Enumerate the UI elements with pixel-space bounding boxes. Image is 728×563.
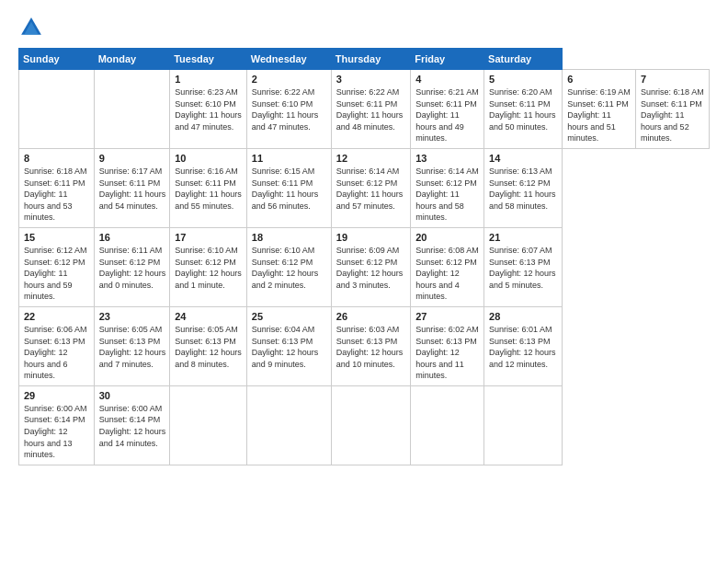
- week-row-4: 22 Sunrise: 6:06 AMSunset: 6:13 PMDaylig…: [19, 306, 710, 385]
- day-info: Sunrise: 6:14 AMSunset: 6:12 PMDaylight:…: [415, 166, 480, 224]
- day-info: Sunrise: 6:12 AMSunset: 6:12 PMDaylight:…: [24, 245, 90, 303]
- day-cell-24: 24 Sunrise: 6:05 AMSunset: 6:13 PMDaylig…: [170, 306, 247, 385]
- empty-cell: [484, 385, 563, 465]
- day-info: Sunrise: 6:22 AMSunset: 6:11 PMDaylight:…: [336, 86, 406, 132]
- logo-icon: [18, 15, 44, 40]
- day-cell-25: 25 Sunrise: 6:04 AMSunset: 6:13 PMDaylig…: [246, 306, 331, 385]
- day-info: Sunrise: 6:02 AMSunset: 6:13 PMDaylight:…: [415, 324, 480, 382]
- day-number: 2: [252, 74, 327, 85]
- day-info: Sunrise: 6:06 AMSunset: 6:13 PMDaylight:…: [24, 324, 90, 382]
- day-cell-26: 26 Sunrise: 6:03 AMSunset: 6:13 PMDaylig…: [331, 306, 410, 385]
- week-row-3: 15 Sunrise: 6:12 AMSunset: 6:12 PMDaylig…: [19, 227, 710, 306]
- day-info: Sunrise: 6:22 AMSunset: 6:10 PMDaylight:…: [252, 86, 327, 132]
- weekday-header-wednesday: Wednesday: [246, 49, 331, 70]
- day-number: 8: [24, 153, 90, 164]
- day-cell-10: 10 Sunrise: 6:16 AMSunset: 6:11 PMDaylig…: [170, 148, 247, 227]
- day-number: 4: [415, 74, 480, 85]
- day-number: 19: [336, 232, 406, 243]
- day-cell-22: 22 Sunrise: 6:06 AMSunset: 6:13 PMDaylig…: [19, 306, 95, 385]
- day-cell-14: 14 Sunrise: 6:13 AMSunset: 6:12 PMDaylig…: [484, 148, 563, 227]
- week-row-2: 8 Sunrise: 6:18 AMSunset: 6:11 PMDayligh…: [19, 148, 710, 227]
- weekday-header-sunday: Sunday: [19, 49, 95, 70]
- day-info: Sunrise: 6:03 AMSunset: 6:13 PMDaylight:…: [336, 324, 406, 370]
- empty-cell: [170, 385, 247, 465]
- day-cell-2: 2 Sunrise: 6:22 AMSunset: 6:10 PMDayligh…: [246, 70, 331, 149]
- day-cell-17: 17 Sunrise: 6:10 AMSunset: 6:12 PMDaylig…: [170, 227, 247, 306]
- day-info: Sunrise: 6:00 AMSunset: 6:14 PMDaylight:…: [99, 403, 166, 449]
- day-cell-5: 5 Sunrise: 6:20 AMSunset: 6:11 PMDayligh…: [484, 70, 563, 149]
- day-info: Sunrise: 6:10 AMSunset: 6:12 PMDaylight:…: [252, 245, 327, 291]
- empty-cell: [411, 385, 484, 465]
- day-cell-29: 29 Sunrise: 6:00 AMSunset: 6:14 PMDaylig…: [19, 385, 95, 465]
- day-info: Sunrise: 6:16 AMSunset: 6:11 PMDaylight:…: [175, 166, 243, 212]
- day-info: Sunrise: 6:19 AMSunset: 6:11 PMDaylight:…: [567, 86, 631, 144]
- weekday-header-thursday: Thursday: [331, 49, 410, 70]
- day-cell-23: 23 Sunrise: 6:05 AMSunset: 6:13 PMDaylig…: [94, 306, 170, 385]
- day-number: 20: [415, 232, 480, 243]
- day-number: 13: [415, 153, 480, 164]
- empty-cell: [19, 70, 95, 149]
- page: SundayMondayTuesdayWednesdayThursdayFrid…: [0, 0, 728, 563]
- week-row-1: 1 Sunrise: 6:23 AMSunset: 6:10 PMDayligh…: [19, 70, 710, 149]
- day-info: Sunrise: 6:01 AMSunset: 6:13 PMDaylight:…: [489, 324, 558, 370]
- empty-cell: [246, 385, 331, 465]
- day-number: 5: [489, 74, 558, 85]
- day-number: 23: [99, 311, 166, 322]
- day-cell-6: 6 Sunrise: 6:19 AMSunset: 6:11 PMDayligh…: [563, 70, 636, 149]
- day-number: 12: [336, 153, 406, 164]
- day-cell-11: 11 Sunrise: 6:15 AMSunset: 6:11 PMDaylig…: [246, 148, 331, 227]
- day-cell-7: 7 Sunrise: 6:18 AMSunset: 6:11 PMDayligh…: [636, 70, 710, 149]
- day-info: Sunrise: 6:08 AMSunset: 6:12 PMDaylight:…: [415, 245, 480, 303]
- day-info: Sunrise: 6:17 AMSunset: 6:11 PMDaylight:…: [99, 166, 166, 212]
- weekday-header-monday: Monday: [94, 49, 170, 70]
- day-info: Sunrise: 6:18 AMSunset: 6:11 PMDaylight:…: [24, 166, 90, 224]
- day-number: 18: [252, 232, 327, 243]
- day-cell-27: 27 Sunrise: 6:02 AMSunset: 6:13 PMDaylig…: [411, 306, 484, 385]
- day-number: 17: [175, 232, 243, 243]
- day-number: 26: [336, 311, 406, 322]
- day-cell-20: 20 Sunrise: 6:08 AMSunset: 6:12 PMDaylig…: [411, 227, 484, 306]
- day-info: Sunrise: 6:23 AMSunset: 6:10 PMDaylight:…: [175, 86, 243, 132]
- day-info: Sunrise: 6:11 AMSunset: 6:12 PMDaylight:…: [99, 245, 166, 291]
- day-info: Sunrise: 6:05 AMSunset: 6:13 PMDaylight:…: [99, 324, 166, 370]
- day-cell-8: 8 Sunrise: 6:18 AMSunset: 6:11 PMDayligh…: [19, 148, 95, 227]
- week-row-5: 29 Sunrise: 6:00 AMSunset: 6:14 PMDaylig…: [19, 385, 710, 465]
- day-info: Sunrise: 6:14 AMSunset: 6:12 PMDaylight:…: [336, 166, 406, 212]
- header: [18, 15, 710, 40]
- day-number: 9: [99, 153, 166, 164]
- day-number: 15: [24, 232, 90, 243]
- day-cell-1: 1 Sunrise: 6:23 AMSunset: 6:10 PMDayligh…: [170, 70, 247, 149]
- day-info: Sunrise: 6:18 AMSunset: 6:11 PMDaylight:…: [641, 86, 705, 144]
- day-info: Sunrise: 6:05 AMSunset: 6:13 PMDaylight:…: [175, 324, 243, 370]
- empty-cell: [94, 70, 170, 149]
- day-number: 1: [175, 74, 243, 85]
- day-cell-9: 9 Sunrise: 6:17 AMSunset: 6:11 PMDayligh…: [94, 148, 170, 227]
- day-info: Sunrise: 6:20 AMSunset: 6:11 PMDaylight:…: [489, 86, 558, 132]
- day-info: Sunrise: 6:13 AMSunset: 6:12 PMDaylight:…: [489, 166, 558, 212]
- day-number: 28: [489, 311, 558, 322]
- weekday-header-saturday: Saturday: [484, 49, 563, 70]
- day-number: 30: [99, 390, 166, 401]
- day-number: 29: [24, 390, 90, 401]
- day-info: Sunrise: 6:15 AMSunset: 6:11 PMDaylight:…: [252, 166, 327, 212]
- weekday-header-row: SundayMondayTuesdayWednesdayThursdayFrid…: [19, 49, 710, 70]
- day-cell-15: 15 Sunrise: 6:12 AMSunset: 6:12 PMDaylig…: [19, 227, 95, 306]
- day-cell-13: 13 Sunrise: 6:14 AMSunset: 6:12 PMDaylig…: [411, 148, 484, 227]
- day-cell-18: 18 Sunrise: 6:10 AMSunset: 6:12 PMDaylig…: [246, 227, 331, 306]
- day-cell-28: 28 Sunrise: 6:01 AMSunset: 6:13 PMDaylig…: [484, 306, 563, 385]
- day-number: 7: [641, 74, 705, 85]
- day-info: Sunrise: 6:10 AMSunset: 6:12 PMDaylight:…: [175, 245, 243, 291]
- day-number: 22: [24, 311, 90, 322]
- day-info: Sunrise: 6:07 AMSunset: 6:13 PMDaylight:…: [489, 245, 558, 291]
- empty-cell: [331, 385, 410, 465]
- day-number: 14: [489, 153, 558, 164]
- day-number: 11: [252, 153, 327, 164]
- day-info: Sunrise: 6:09 AMSunset: 6:12 PMDaylight:…: [336, 245, 406, 291]
- day-info: Sunrise: 6:00 AMSunset: 6:14 PMDaylight:…: [24, 403, 90, 461]
- day-number: 6: [567, 74, 631, 85]
- logo: [18, 15, 48, 40]
- calendar-table: SundayMondayTuesdayWednesdayThursdayFrid…: [18, 48, 710, 465]
- day-cell-30: 30 Sunrise: 6:00 AMSunset: 6:14 PMDaylig…: [94, 385, 170, 465]
- day-number: 16: [99, 232, 166, 243]
- day-info: Sunrise: 6:04 AMSunset: 6:13 PMDaylight:…: [252, 324, 327, 370]
